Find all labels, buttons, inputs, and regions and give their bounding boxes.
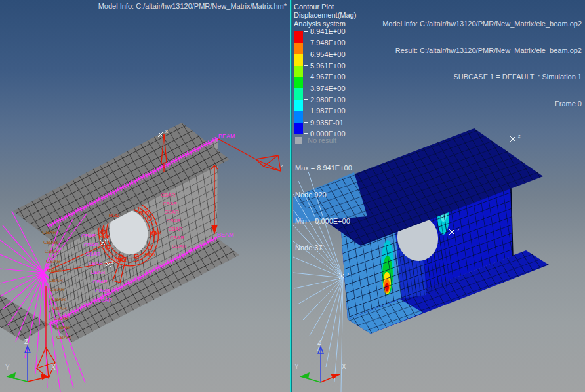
model-label: ROD [139, 210, 150, 215]
model-label: CBAR [52, 305, 67, 311]
model-label: CBAR [81, 233, 96, 239]
legend-band [294, 100, 303, 111]
model-label: CBAR [42, 229, 56, 235]
model-label: CBAR [168, 226, 182, 232]
model-label: CBAR [45, 248, 59, 254]
legend-band [294, 88, 303, 100]
legend-value: 9.935E-01 [304, 119, 344, 127]
model-label: CBAR [54, 315, 68, 321]
model-label: ROD [145, 252, 155, 257]
model-label: CBAR [86, 251, 100, 257]
legend-max-value: Max = 8.941E+00 [295, 164, 352, 173]
right-header-subcase: SUBCASE 1 = DEFAULT : Simulation 1 [382, 73, 582, 82]
right-header-result: Result: C:/altair/hw13120/PMR/New_Matrix… [382, 47, 582, 56]
legend-min-node: Node 37 [295, 244, 352, 253]
model-label: CBAR [43, 239, 58, 245]
legend-value: 2.980E+00 [304, 96, 346, 104]
model-label: CBAR [95, 288, 110, 294]
right-result-info-header: Model info: C:/altair/hw13120/PMR/New_Ma… [382, 2, 582, 126]
legend-value: 4.967E+00 [304, 73, 346, 81]
legend-value: 5.961E+00 [304, 62, 346, 69]
legend-band [294, 111, 303, 122]
model-label: z [111, 259, 114, 265]
model-label: CBAR [91, 269, 105, 275]
legend-result-type: Displacement(Mag) [294, 11, 392, 20]
legend-band [294, 123, 303, 134]
model-label: CBAR [163, 201, 177, 206]
legend-band [294, 43, 303, 54]
model-label: z [518, 134, 521, 138]
model-label: CBAR [170, 235, 184, 241]
model-label: z [281, 163, 283, 168]
model-label: CBAR [55, 324, 70, 330]
hyperworks-split-view: CBARCBARCBARCBARCBARCBARCBARCBARCBARCBAR… [0, 0, 585, 392]
legend-title: Contour Plot [294, 3, 392, 11]
model-label: CBAR [165, 209, 179, 215]
model-label: CBAR [47, 267, 62, 273]
model-label: CBAR [98, 297, 112, 303]
model-label: CBAR [46, 258, 60, 264]
model-label: CBAR [51, 296, 66, 302]
legend-no-result: No result [295, 136, 336, 144]
legend-band [294, 31, 303, 43]
legend-stats: Max = 8.941E+00 Node 920 Min = 0.000E+00… [295, 146, 352, 270]
right-header-model-info: Model info: C:/altair/hw13120/PMR/New_Ma… [382, 20, 582, 29]
right-triad-x-label: X [342, 363, 346, 370]
no-result-swatch [295, 137, 302, 144]
viewport-divider-shadow [291, 0, 292, 392]
no-result-label: No result [308, 136, 336, 144]
model-label: CBAR [172, 243, 186, 249]
model-label: BEAM [217, 231, 234, 238]
model-label: CBAR [84, 242, 98, 248]
model-label: CBAR [50, 286, 64, 292]
model-label: ROD [151, 230, 161, 235]
left-triad-x-label: X [51, 364, 56, 371]
legend-band [294, 77, 303, 88]
model-label: CBAR [56, 334, 71, 340]
model-label: CBAR [89, 260, 103, 266]
model-label: CBAR [161, 192, 175, 198]
legend-value: 1.987E+00 [304, 107, 346, 115]
model-label: ROD [115, 258, 125, 262]
left-model-info-header: Model Info: C:/altair/hw13120/PMR/New_Ma… [98, 2, 287, 11]
model-label: CBAR [166, 218, 180, 224]
legend-colorbar [294, 31, 303, 134]
legend-max-node: Node 920 [295, 191, 352, 200]
right-global-triad: Z Y X [294, 339, 346, 382]
model-label: ROD [109, 213, 119, 218]
right-triad-z-label: Z [317, 339, 321, 346]
model-label: CBAR [49, 277, 63, 283]
model-label: ROD [99, 234, 110, 239]
legend-min-value: Min = 0.000E+00 [295, 217, 352, 226]
legend-band [294, 66, 303, 77]
contour-legend: Contour Plot Displacement(Mag) Analysis … [294, 3, 392, 28]
model-label: x [165, 128, 168, 134]
left-viewport-model[interactable]: CBARCBARCBARCBARCBARCBARCBARCBARCBARCBAR… [0, 123, 283, 392]
legend-value: 7.948E+00 [304, 39, 346, 47]
model-label: BEAM [218, 133, 235, 140]
right-triad-y-label: Y [294, 363, 299, 370]
left-triad-y-label: Y [5, 364, 10, 371]
model-label: x [347, 271, 350, 276]
legend-value: 3.974E+00 [304, 85, 346, 92]
model-label: CBAR [93, 279, 108, 284]
right-header-frame: Frame 0 [382, 100, 582, 109]
left-triad-z-label: Z [24, 338, 28, 345]
legend-value: 8.941E+00 [304, 28, 346, 35]
legend-value: 6.954E+00 [304, 50, 346, 58]
model-label: z [457, 227, 460, 232]
legend-band [294, 54, 303, 66]
